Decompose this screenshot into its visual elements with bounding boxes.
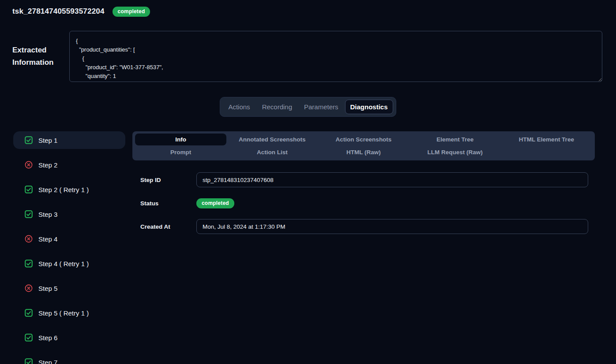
tab-recording[interactable]: Recording: [257, 100, 297, 114]
check-square-icon: [25, 186, 33, 193]
step-item-step-4[interactable]: Step 4: [13, 230, 125, 248]
subtab-html-element-tree[interactable]: HTML Element Tree: [501, 134, 592, 145]
content: Step 1Step 2Step 2 ( Retry 1 )Step 3Step…: [13, 131, 595, 364]
task-status-badge: completed: [113, 7, 150, 17]
subtab-prompt[interactable]: Prompt: [135, 146, 226, 158]
subtab-annotated-screenshots[interactable]: Annotated Screenshots: [226, 134, 318, 145]
step-item-step-6[interactable]: Step 6: [13, 329, 125, 346]
x-circle-icon: [25, 284, 33, 292]
subtab-info[interactable]: Info: [135, 134, 226, 145]
step-detail-fields: Step IDStatuscompletedCreated At: [132, 172, 595, 234]
step-item-step-5-retry-1[interactable]: Step 5 ( Retry 1 ): [13, 304, 125, 322]
x-circle-icon: [25, 235, 33, 243]
step-label: Step 2 ( Retry 1 ): [38, 186, 89, 193]
subtab-html-raw[interactable]: HTML (Raw): [318, 146, 409, 158]
step-label: Step 4 ( Retry 1 ): [38, 260, 89, 267]
step-item-step-3[interactable]: Step 3: [13, 205, 125, 223]
main-tab-bar: ActionsRecordingParametersDiagnostics: [220, 97, 396, 117]
status-badge: completed: [196, 198, 234, 208]
step-list: Step 1Step 2Step 2 ( Retry 1 )Step 3Step…: [13, 131, 125, 364]
step-label: Step 2: [38, 161, 57, 169]
check-square-icon: [25, 136, 33, 144]
step-label: Step 4: [38, 235, 57, 243]
step-id-label: Step ID: [140, 177, 196, 183]
created-at-input[interactable]: [196, 219, 588, 234]
step-id-field-row: Step ID: [140, 172, 595, 187]
tab-actions[interactable]: Actions: [223, 100, 255, 114]
created-at-label: Created At: [140, 223, 196, 230]
step-item-step-1[interactable]: Step 1: [13, 131, 125, 149]
step-label: Step 6: [38, 334, 57, 342]
step-label: Step 1: [38, 137, 57, 144]
x-circle-icon: [25, 161, 33, 169]
step-id-input[interactable]: [196, 172, 588, 187]
subtab-element-tree[interactable]: Element Tree: [409, 134, 501, 145]
tab-parameters[interactable]: Parameters: [299, 100, 344, 114]
check-square-icon: [25, 358, 33, 364]
task-id: tsk_278147405593572204: [12, 7, 105, 16]
step-item-step-7[interactable]: Step 7: [13, 353, 125, 364]
status-label: Status: [140, 200, 196, 207]
step-item-step-4-retry-1[interactable]: Step 4 ( Retry 1 ): [13, 255, 125, 272]
step-label: Step 3: [38, 211, 57, 218]
subtab-action-list[interactable]: Action List: [226, 146, 318, 158]
created-at-field-row: Created At: [140, 219, 595, 234]
subtab-action-screenshots[interactable]: Action Screenshots: [318, 134, 409, 145]
check-square-icon: [25, 260, 33, 267]
check-square-icon: [25, 334, 33, 342]
extracted-information-section: Extracted Information: [12, 31, 602, 82]
step-detail-panel: InfoAnnotated ScreenshotsAction Screensh…: [132, 131, 595, 364]
step-item-step-2-retry-1[interactable]: Step 2 ( Retry 1 ): [13, 181, 125, 198]
check-square-icon: [25, 210, 33, 218]
step-label: Step 5 ( Retry 1 ): [38, 309, 89, 317]
diagnostics-subtab-bar: InfoAnnotated ScreenshotsAction Screensh…: [132, 131, 595, 160]
subtab-llm-request-raw[interactable]: LLM Request (Raw): [409, 146, 501, 158]
status-badge-wrap: completed: [196, 198, 588, 208]
subtab-empty-cell: [501, 146, 592, 158]
step-label: Step 7: [38, 359, 57, 364]
tab-diagnostics[interactable]: Diagnostics: [345, 100, 393, 114]
extracted-information-textarea[interactable]: [69, 31, 602, 82]
step-item-step-5[interactable]: Step 5: [13, 279, 125, 297]
main-tab-bar-wrap: ActionsRecordingParametersDiagnostics: [0, 97, 616, 117]
extracted-information-label: Extracted Information: [12, 44, 61, 69]
task-header: tsk_278147405593572204 completed: [0, 0, 616, 17]
check-square-icon: [25, 309, 33, 317]
step-label: Step 5: [38, 285, 57, 292]
step-item-step-2[interactable]: Step 2: [13, 156, 125, 174]
status-field-row: Statuscompleted: [140, 196, 595, 211]
